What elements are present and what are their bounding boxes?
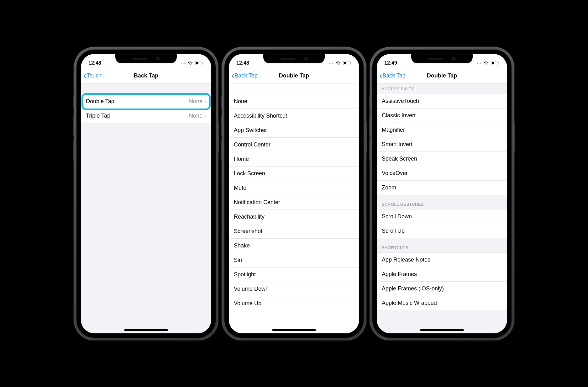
option-row[interactable]: Apple Music Wrapped: [377, 296, 507, 310]
option-label: Speak Screen: [382, 156, 417, 162]
option-label: Notification Center: [234, 199, 280, 206]
phone-frame: 12:49 ••• ‹ Back Tap Double Tap ACCESSIB…: [370, 47, 514, 340]
option-row[interactable]: Scroll Up: [377, 224, 507, 238]
option-label: Screenshot: [234, 228, 262, 235]
chevron-left-icon: ‹: [380, 71, 382, 80]
option-row[interactable]: Zoom: [377, 181, 507, 195]
notch: [115, 54, 177, 63]
battery-icon: [195, 61, 204, 65]
option-label: Volume Down: [234, 286, 269, 292]
wifi-icon: [335, 61, 341, 65]
row-label: Triple Tap: [86, 113, 110, 119]
option-row[interactable]: Apple Frames (iOS-only): [377, 282, 507, 296]
signal-dots: •••: [329, 61, 333, 65]
option-label: Scroll Down: [382, 213, 412, 220]
option-row[interactable]: Accessibility Shortcut: [229, 109, 359, 123]
svg-rect-8: [499, 62, 499, 64]
battery-icon: [343, 61, 352, 65]
home-indicator[interactable]: [420, 329, 464, 331]
option-row[interactable]: Magnifier: [377, 123, 507, 137]
option-row[interactable]: Home: [229, 152, 359, 167]
chevron-right-icon: ›: [204, 113, 206, 119]
option-row[interactable]: AssistiveTouch: [377, 94, 507, 109]
status-time: 12:48: [88, 60, 101, 66]
option-row[interactable]: Shake: [229, 239, 359, 253]
signal-dots: •••: [477, 61, 481, 65]
nav-back-button[interactable]: ‹ Back Tap: [379, 71, 406, 80]
status-time: 12:48: [236, 60, 249, 66]
notch: [263, 54, 325, 63]
option-label: None: [234, 98, 247, 105]
svg-rect-2: [203, 62, 203, 64]
nav-bar: ‹ Back Tap Double Tap: [229, 68, 359, 83]
option-label: Apple Frames: [382, 271, 417, 278]
option-label: Spotlight: [234, 271, 256, 278]
battery-icon: [491, 61, 500, 65]
option-label: Home: [234, 156, 249, 162]
section-header: SCROLL GESTURES: [377, 195, 507, 209]
option-row[interactable]: Siri: [229, 253, 359, 268]
section-header: SHORTCUTS: [377, 238, 507, 252]
option-label: Siri: [234, 257, 242, 263]
option-label: App Switcher: [234, 127, 267, 134]
option-label: Lock Screen: [234, 170, 265, 177]
svg-rect-1: [196, 62, 198, 64]
phone-frame: 12:48 ••• ‹ Touch Back Tap Do: [74, 47, 218, 340]
row-label: Double Tap: [86, 98, 114, 105]
nav-back-button[interactable]: ‹ Touch: [83, 71, 102, 80]
option-label: Classic Invert: [382, 112, 416, 119]
option-row[interactable]: Control Center: [229, 138, 359, 152]
home-indicator[interactable]: [124, 329, 168, 331]
option-row[interactable]: Scroll Down: [377, 209, 507, 224]
option-label: Magnifier: [382, 127, 405, 133]
option-label: Scroll Up: [382, 228, 405, 234]
row-value: None: [189, 98, 202, 105]
nav-bar: ‹ Back Tap Double Tap: [377, 68, 507, 83]
option-row[interactable]: Volume Up: [229, 296, 359, 310]
option-row[interactable]: Speak Screen: [377, 152, 507, 166]
chevron-right-icon: ›: [204, 98, 206, 105]
option-label: Smart Invert: [382, 141, 412, 148]
option-row[interactable]: Notification Center: [229, 195, 359, 210]
home-indicator[interactable]: [272, 329, 316, 331]
option-row[interactable]: Reachability: [229, 210, 359, 224]
option-label: VoiceOver: [382, 170, 408, 177]
nav-back-button[interactable]: ‹ Back Tap: [231, 71, 258, 80]
phone-frame: 12:48 ••• ‹ Back Tap Double Tap None Acc…: [222, 47, 366, 340]
row-double-tap[interactable]: Double Tap None ›: [81, 94, 211, 109]
option-row[interactable]: Lock Screen: [229, 167, 359, 181]
svg-rect-5: [351, 62, 351, 64]
wifi-icon: [483, 61, 489, 65]
option-row[interactable]: Screenshot: [229, 224, 359, 239]
option-row[interactable]: Smart Invert: [377, 137, 507, 152]
option-label: Accessibility Shortcut: [234, 113, 287, 119]
option-row[interactable]: VoiceOver: [377, 166, 507, 181]
option-label: App Release Notes: [382, 257, 430, 263]
option-row[interactable]: App Release Notes: [377, 253, 507, 267]
option-row[interactable]: None: [229, 94, 359, 109]
option-row[interactable]: Spotlight: [229, 268, 359, 282]
signal-dots: •••: [181, 61, 186, 65]
chevron-left-icon: ‹: [84, 71, 86, 80]
option-row[interactable]: Volume Down: [229, 282, 359, 296]
nav-back-label: Touch: [87, 72, 102, 79]
option-label: Zoom: [382, 184, 396, 191]
option-label: Shake: [234, 242, 250, 249]
option-label: Apple Frames (iOS-only): [382, 285, 444, 292]
option-row[interactable]: App Switcher: [229, 123, 359, 138]
nav-bar: ‹ Touch Back Tap: [81, 68, 211, 83]
row-value: None: [189, 113, 202, 119]
row-triple-tap[interactable]: Triple Tap None ›: [81, 109, 211, 123]
option-label: Mute: [234, 185, 246, 191]
section-header: ACCESSIBILITY: [377, 83, 507, 94]
option-label: Reachability: [234, 214, 265, 220]
option-row[interactable]: Mute: [229, 181, 359, 195]
option-label: Apple Music Wrapped: [382, 300, 437, 306]
svg-rect-4: [344, 62, 346, 64]
nav-back-label: Back Tap: [382, 72, 406, 79]
status-time: 12:49: [384, 60, 397, 66]
option-row[interactable]: Classic Invert: [377, 109, 507, 123]
svg-rect-7: [492, 62, 494, 64]
option-label: AssistiveTouch: [382, 98, 419, 104]
option-row[interactable]: Apple Frames: [377, 267, 507, 282]
